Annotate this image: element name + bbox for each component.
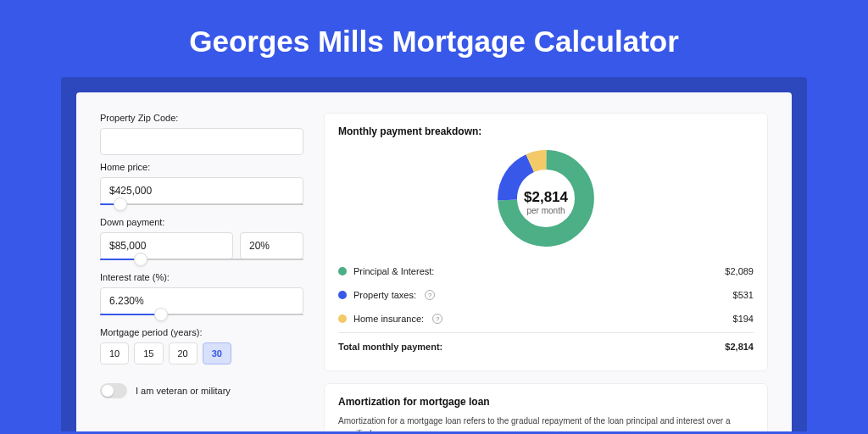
veteran-toggle[interactable]: [100, 383, 127, 398]
period-label: Mortgage period (years):: [100, 327, 303, 337]
down-payment-input[interactable]: [100, 232, 233, 259]
dot-icon: [338, 267, 347, 275]
legend-total: Total monthly payment: $2,814: [338, 332, 754, 359]
donut-center-sub: per month: [524, 206, 568, 215]
legend-pi-label: Principal & Interest:: [353, 266, 434, 276]
breakdown-title: Monthly payment breakdown:: [338, 125, 754, 137]
legend-tax-value: $531: [733, 290, 754, 300]
interest-slider[interactable]: [100, 314, 303, 315]
amortization-title: Amortization for mortgage loan: [338, 396, 754, 408]
legend-ins-label: Home insurance:: [353, 314, 424, 324]
slider-thumb-icon[interactable]: [154, 308, 168, 321]
form-column: Property Zip Code: Home price: Down paym…: [100, 113, 303, 431]
zip-field: Property Zip Code:: [100, 113, 303, 155]
amortization-text: Amortization for a mortgage loan refers …: [338, 415, 754, 431]
legend-ins: Home insurance: ? $194: [338, 307, 754, 331]
donut-center-value: $2,814: [524, 189, 568, 206]
amortization-panel: Amortization for mortgage loan Amortizat…: [324, 383, 768, 431]
interest-input[interactable]: [100, 287, 303, 314]
period-buttons: 10 15 20 30: [100, 342, 303, 364]
home-price-slider[interactable]: [100, 203, 303, 205]
legend-total-label: Total monthly payment:: [338, 342, 442, 352]
period-field: Mortgage period (years): 10 15 20 30: [100, 327, 303, 364]
dot-icon: [338, 291, 347, 299]
donut-center: $2,814 per month: [524, 189, 568, 215]
down-payment-label: Down payment:: [100, 217, 303, 227]
outer-card: Property Zip Code: Home price: Down paym…: [61, 77, 807, 431]
breakdown-panel: Monthly payment breakdown: $2,814 per mo…: [324, 113, 768, 371]
legend-pi: Principal & Interest: $2,089: [338, 259, 754, 283]
toggle-knob-icon: [102, 385, 114, 397]
interest-label: Interest rate (%):: [100, 272, 303, 282]
veteran-label: I am veteran or military: [136, 386, 231, 396]
legend-tax-label: Property taxes:: [353, 290, 416, 300]
legend-tax: Property taxes: ? $531: [338, 283, 754, 307]
down-payment-percent-input[interactable]: [240, 232, 303, 259]
dot-icon: [338, 314, 347, 323]
home-price-input[interactable]: [100, 177, 303, 204]
legend-total-value: $2,814: [725, 342, 754, 352]
period-btn-20[interactable]: 20: [169, 342, 198, 364]
results-column: Monthly payment breakdown: $2,814 per mo…: [324, 113, 768, 431]
period-btn-10[interactable]: 10: [100, 342, 129, 364]
down-payment-field: Down payment:: [100, 217, 303, 260]
slider-thumb-icon[interactable]: [114, 198, 127, 211]
info-icon[interactable]: ?: [425, 290, 435, 300]
down-payment-slider[interactable]: [100, 259, 303, 260]
info-icon[interactable]: ?: [432, 314, 442, 324]
home-price-label: Home price:: [100, 162, 303, 172]
legend-pi-value: $2,089: [725, 266, 754, 276]
legend-ins-value: $194: [733, 314, 754, 324]
period-btn-30[interactable]: 30: [203, 342, 231, 364]
period-btn-15[interactable]: 15: [134, 342, 163, 364]
donut-chart: $2,814 per month: [338, 144, 754, 259]
home-price-field: Home price:: [100, 162, 303, 205]
interest-field: Interest rate (%):: [100, 272, 303, 315]
calculator-card: Property Zip Code: Home price: Down paym…: [76, 92, 792, 431]
zip-label: Property Zip Code:: [100, 113, 303, 123]
page-title: Georges Mills Mortgage Calculator: [0, 0, 868, 77]
zip-input[interactable]: [100, 128, 303, 155]
veteran-row: I am veteran or military: [100, 383, 303, 398]
slider-thumb-icon[interactable]: [134, 253, 147, 266]
